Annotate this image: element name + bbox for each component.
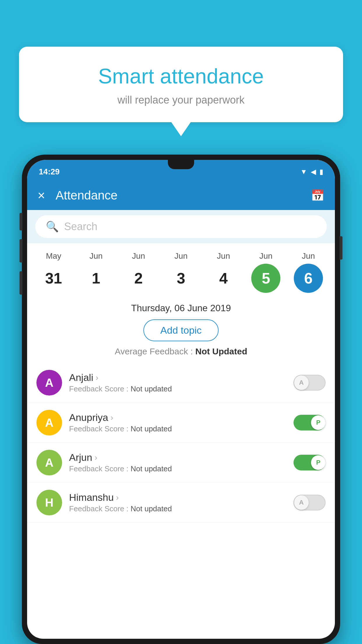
- cal-month-0: May: [46, 251, 61, 261]
- student-info-2: Arjun ›Feedback Score : Not updated: [69, 452, 287, 473]
- student-item-2[interactable]: AArjun ›Feedback Score : Not updatedP: [27, 443, 335, 483]
- student-info-0: Anjali ›Feedback Score : Not updated: [69, 372, 287, 393]
- toggle-knob-2: P: [311, 455, 326, 470]
- avg-feedback-value: Not Updated: [195, 346, 247, 356]
- phone-frame: 14:29 ▼ ◀ ▮ × Attendance 📅 🔍 Search May3…: [22, 155, 340, 644]
- side-button-left-3: [20, 271, 22, 295]
- phone-screen: 14:29 ▼ ◀ ▮ × Attendance 📅 🔍 Search May3…: [27, 160, 335, 639]
- feedback-score-0: Feedback Score : Not updated: [69, 384, 287, 393]
- calendar-day-1[interactable]: Jun1: [77, 251, 115, 293]
- student-item-0[interactable]: AAnjali ›Feedback Score : Not updatedA: [27, 363, 335, 403]
- calendar-day-2[interactable]: Jun2: [120, 251, 157, 293]
- cal-month-3: Jun: [174, 251, 187, 261]
- wifi-icon: ▼: [300, 168, 307, 176]
- search-icon: 🔍: [46, 220, 59, 233]
- attendance-toggle-1[interactable]: P: [294, 415, 326, 430]
- avatar-1: A: [36, 410, 62, 435]
- feedback-score-1: Feedback Score : Not updated: [69, 424, 287, 433]
- calendar-day-0[interactable]: May31: [35, 251, 73, 293]
- chevron-icon-2: ›: [94, 453, 97, 462]
- cal-month-6: Jun: [302, 251, 315, 261]
- feedback-value-1: Not updated: [131, 424, 172, 433]
- avg-feedback-label: Average Feedback :: [115, 346, 195, 356]
- cal-date-1[interactable]: 1: [82, 264, 111, 293]
- close-button[interactable]: ×: [38, 188, 45, 203]
- selected-date-label: Thursday, 06 June 2019: [27, 296, 335, 316]
- chevron-icon-1: ›: [110, 413, 113, 422]
- signal-icon: ◀: [311, 168, 316, 176]
- cal-month-1: Jun: [89, 251, 103, 261]
- student-info-3: Himanshu ›Feedback Score : Not updated: [69, 492, 287, 513]
- attendance-toggle-0[interactable]: A: [294, 375, 326, 391]
- toggle-knob-3: A: [294, 495, 309, 510]
- status-icons: ▼ ◀ ▮: [300, 165, 323, 176]
- toggle-knob-1: P: [311, 415, 326, 430]
- feedback-value-3: Not updated: [131, 504, 172, 513]
- cal-month-5: Jun: [259, 251, 273, 261]
- feedback-score-2: Feedback Score : Not updated: [69, 464, 287, 473]
- student-item-1[interactable]: AAnupriya ›Feedback Score : Not updatedP: [27, 403, 335, 443]
- cal-date-0[interactable]: 31: [39, 264, 68, 293]
- calendar-day-5[interactable]: Jun5: [247, 251, 285, 293]
- phone-notch: [168, 160, 194, 169]
- student-info-1: Anupriya ›Feedback Score : Not updated: [69, 412, 287, 433]
- avg-feedback: Average Feedback : Not Updated: [27, 346, 335, 363]
- attendance-toggle-2[interactable]: P: [294, 455, 326, 470]
- calendar-day-6[interactable]: Jun6: [289, 251, 327, 293]
- feedback-value-2: Not updated: [131, 464, 172, 473]
- feedback-value-0: Not updated: [131, 384, 172, 393]
- side-button-left-1: [20, 213, 22, 230]
- app-bar: × Attendance 📅: [27, 181, 335, 210]
- student-name-0: Anjali ›: [69, 372, 287, 383]
- student-name-2: Arjun ›: [69, 452, 287, 463]
- cal-date-2[interactable]: 2: [124, 264, 153, 293]
- bubble-title: Smart attendance: [39, 64, 323, 88]
- calendar-icon[interactable]: 📅: [311, 189, 324, 202]
- avatar-3: H: [36, 490, 62, 515]
- avatar-0: A: [36, 370, 62, 396]
- status-time: 14:29: [39, 164, 60, 176]
- speech-bubble-wrapper: Smart attendance will replace your paper…: [19, 47, 343, 122]
- calendar-day-4[interactable]: Jun4: [205, 251, 242, 293]
- student-list: AAnjali ›Feedback Score : Not updatedAAA…: [27, 363, 335, 523]
- battery-icon: ▮: [319, 168, 323, 176]
- cal-month-2: Jun: [132, 251, 145, 261]
- feedback-score-3: Feedback Score : Not updated: [69, 504, 287, 513]
- cal-date-5[interactable]: 5: [251, 264, 280, 293]
- cal-date-4[interactable]: 4: [209, 264, 238, 293]
- avatar-2: A: [36, 450, 62, 475]
- cal-date-6[interactable]: 6: [294, 264, 323, 293]
- student-name-3: Himanshu ›: [69, 492, 287, 503]
- toggle-knob-0: A: [294, 375, 309, 390]
- search-input[interactable]: Search: [64, 220, 97, 233]
- bubble-subtitle: will replace your paperwork: [39, 94, 323, 106]
- student-item-3[interactable]: HHimanshu ›Feedback Score : Not updatedA: [27, 483, 335, 523]
- cal-date-3[interactable]: 3: [166, 264, 196, 293]
- calendar-strip: May31Jun1Jun2Jun3Jun4Jun5Jun6: [27, 243, 335, 296]
- add-topic-wrapper: Add topic: [27, 316, 335, 346]
- side-button-right: [340, 236, 342, 260]
- add-topic-button[interactable]: Add topic: [143, 319, 219, 341]
- search-bar[interactable]: 🔍 Search: [35, 215, 327, 238]
- calendar-day-3[interactable]: Jun3: [162, 251, 200, 293]
- attendance-toggle-3[interactable]: A: [294, 495, 326, 510]
- app-title: Attendance: [56, 188, 311, 202]
- chevron-icon-0: ›: [96, 373, 98, 382]
- speech-bubble: Smart attendance will replace your paper…: [19, 47, 343, 122]
- side-button-left-2: [20, 239, 22, 262]
- cal-month-4: Jun: [217, 251, 230, 261]
- student-name-1: Anupriya ›: [69, 412, 287, 423]
- chevron-icon-3: ›: [116, 493, 119, 502]
- search-bar-wrapper: 🔍 Search: [27, 210, 335, 243]
